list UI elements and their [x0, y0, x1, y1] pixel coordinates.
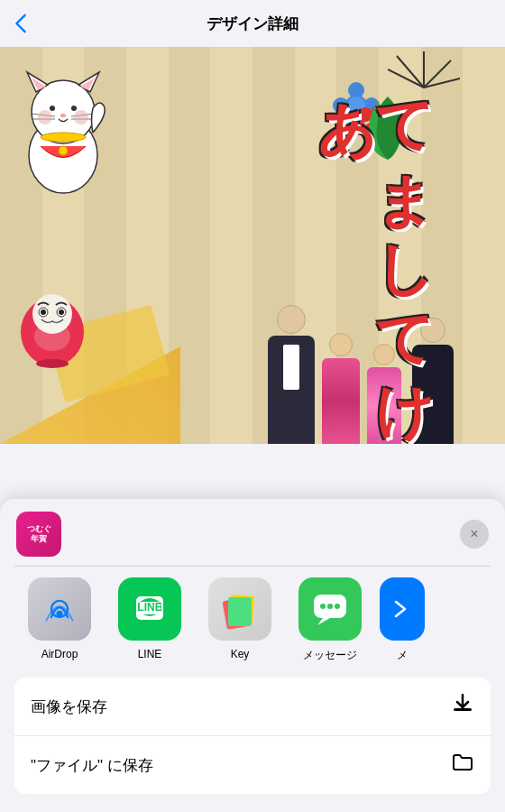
- messages-label: メッセージ: [303, 648, 357, 663]
- share-item-messages[interactable]: メッセージ: [285, 577, 375, 663]
- svg-text:LINE: LINE: [137, 601, 161, 614]
- daruma: [16, 287, 88, 372]
- svg-point-22: [59, 309, 64, 315]
- svg-point-52: [320, 604, 326, 609]
- line-label: LINE: [138, 648, 162, 660]
- svg-point-24: [36, 359, 69, 368]
- maneki-neko: [14, 65, 113, 204]
- page-title: デザイン詳細: [207, 14, 298, 34]
- share-item-key[interactable]: Key: [195, 577, 285, 663]
- svg-point-42: [56, 611, 62, 617]
- messages-icon-bg: [298, 577, 362, 641]
- svg-point-16: [74, 110, 88, 125]
- svg-rect-55: [454, 708, 472, 711]
- close-button[interactable]: ×: [460, 520, 489, 549]
- svg-point-21: [41, 309, 46, 315]
- key-label: Key: [231, 648, 250, 660]
- svg-point-14: [41, 133, 86, 142]
- share-item-line[interactable]: LINE LINE: [105, 577, 195, 663]
- save-file-label: "ファイル" に保存: [31, 755, 153, 776]
- download-icon: [451, 692, 474, 721]
- app-logo: つむぐ 年賀: [16, 512, 61, 557]
- svg-point-8: [60, 114, 66, 117]
- svg-rect-49: [228, 597, 252, 626]
- japanese-text: てましてけあ: [317, 60, 433, 444]
- svg-point-6: [50, 106, 55, 111]
- header: デザイン詳細: [0, 0, 505, 47]
- svg-marker-51: [317, 618, 330, 625]
- save-image-button[interactable]: 画像を保存: [14, 678, 491, 736]
- line-icon-bg: LINE: [118, 577, 181, 641]
- airdrop-icon-bg: [28, 577, 91, 641]
- back-button[interactable]: [14, 14, 27, 33]
- airdrop-label: AirDrop: [41, 648, 78, 660]
- action-list: 画像を保存 "ファイル" に保存: [14, 678, 491, 794]
- svg-point-7: [71, 106, 77, 111]
- svg-point-23: [34, 322, 70, 351]
- share-item-extra[interactable]: メ: [375, 577, 429, 663]
- app-header: つむぐ 年賀 ×: [0, 499, 505, 566]
- folder-icon: [451, 751, 474, 780]
- share-icons-row: AirDrop LINE LINE: [0, 567, 505, 678]
- svg-point-15: [38, 110, 52, 125]
- save-file-button[interactable]: "ファイル" に保存: [14, 736, 491, 794]
- svg-point-13: [59, 146, 68, 155]
- share-item-airdrop[interactable]: AirDrop: [14, 577, 105, 663]
- main-image: てましてけあ: [0, 47, 505, 444]
- extra-icon-bg: [380, 577, 425, 641]
- svg-point-54: [335, 604, 340, 609]
- extra-label: メ: [397, 648, 408, 663]
- key-icon-bg: [208, 577, 271, 641]
- bottom-sheet: つむぐ 年賀 × AirDrop: [0, 499, 505, 812]
- svg-point-53: [327, 604, 333, 609]
- save-image-label: 画像を保存: [31, 697, 107, 717]
